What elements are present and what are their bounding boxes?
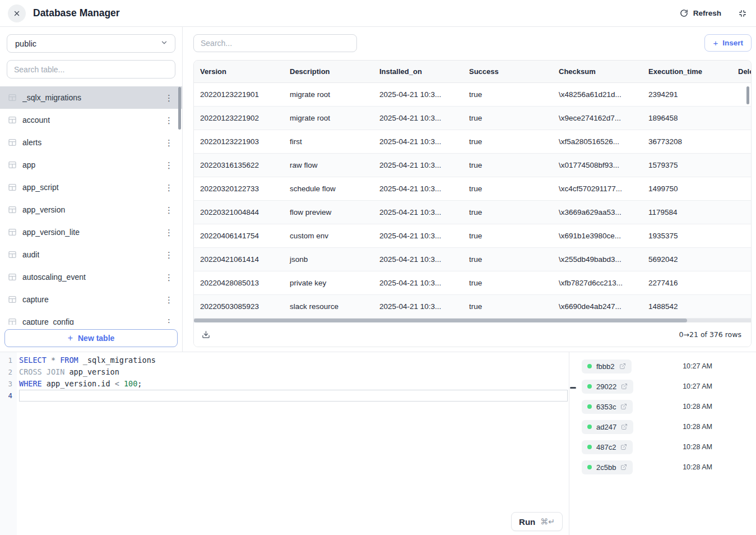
query-history-pill[interactable]: 2c5bb bbox=[582, 460, 633, 474]
table-cell: \xc4cf570291177... bbox=[553, 177, 642, 200]
code-line-3[interactable]: 3WHERE app_version.id < 100; bbox=[0, 378, 569, 390]
table-cell: \x691b1e3980ce... bbox=[553, 224, 642, 247]
sidebar-item-app_script[interactable]: app_script ⋮ bbox=[0, 176, 182, 199]
table-options-kebab-icon[interactable]: ⋮ bbox=[161, 317, 177, 325]
table-options-kebab-icon[interactable]: ⋮ bbox=[161, 272, 177, 283]
table-row[interactable]: 20220320122733schedule flow2025-04-21 10… bbox=[194, 177, 751, 201]
table-row[interactable]: 20220123221901migrate root2025-04-21 10:… bbox=[194, 83, 751, 107]
table-icon bbox=[8, 183, 17, 192]
collapse-fullscreen-button[interactable] bbox=[737, 8, 748, 19]
table-cell: 1488542 bbox=[642, 295, 732, 318]
column-header-execution_time: Execution_time bbox=[642, 61, 732, 82]
insert-button[interactable]: + Insert bbox=[704, 34, 752, 52]
close-button[interactable] bbox=[8, 4, 26, 22]
sidebar-item-_sqlx_migrations[interactable]: _sqlx_migrations ⋮ bbox=[0, 86, 182, 109]
sidebar-item-account[interactable]: account ⋮ bbox=[0, 109, 182, 131]
table-cell: 2394291 bbox=[642, 83, 732, 106]
code-line-1[interactable]: 1SELECT * FROM _sqlx_migrations bbox=[0, 354, 569, 366]
query-history-pill[interactable]: 29022 bbox=[582, 380, 633, 394]
table-options-kebab-icon[interactable]: ⋮ bbox=[161, 137, 177, 148]
query-history-pill[interactable]: ad247 bbox=[582, 420, 633, 434]
database-manager-window: Database Manager Refresh public bbox=[0, 0, 756, 535]
table-row[interactable]: 20220503085923slack resource2025-04-21 1… bbox=[194, 295, 751, 319]
plus-icon: + bbox=[68, 333, 73, 343]
sidebar-table-label: app_version bbox=[22, 205, 65, 214]
table-cell: \x01774508bf93... bbox=[553, 154, 642, 177]
table-row[interactable]: 20220428085013private key2025-04-21 10:3… bbox=[194, 271, 751, 295]
table-row[interactable]: 20220406141754custom env2025-04-21 10:3.… bbox=[194, 224, 751, 248]
editor-lines: 1SELECT * FROM _sqlx_migrations2CROSS JO… bbox=[0, 354, 569, 402]
query-id: fbbb2 bbox=[596, 362, 615, 371]
table-cell: 1499750 bbox=[642, 177, 732, 200]
sidebar-table-label: audit bbox=[22, 250, 39, 259]
schema-select[interactable]: public bbox=[7, 34, 175, 53]
sidebar-item-capture[interactable]: capture ⋮ bbox=[0, 288, 182, 311]
sidebar-scrollbar[interactable] bbox=[178, 87, 181, 130]
query-history-pill[interactable]: 6353c bbox=[582, 400, 633, 414]
refresh-button[interactable]: Refresh bbox=[680, 9, 721, 17]
row-search-input[interactable] bbox=[193, 34, 357, 52]
table-cell: migrate root bbox=[284, 83, 373, 106]
code-line-2[interactable]: 2CROSS JOIN app_version bbox=[0, 366, 569, 378]
sidebar-table-label: capture_config bbox=[22, 317, 74, 325]
table-cell: 20220503085923 bbox=[194, 295, 284, 318]
table-cell bbox=[732, 107, 751, 130]
query-time: 10:28 AM bbox=[683, 463, 712, 471]
table-cell: 1579375 bbox=[642, 154, 732, 177]
code-text bbox=[19, 390, 568, 402]
table-cell: true bbox=[463, 83, 553, 106]
code-line-4[interactable]: 4 bbox=[0, 390, 569, 402]
run-button[interactable]: Run ⌘↵ bbox=[511, 512, 563, 531]
table-row[interactable]: 20220316135622raw flow2025-04-21 10:3...… bbox=[194, 154, 751, 177]
sidebar-item-app_version_lite[interactable]: app_version_lite ⋮ bbox=[0, 221, 182, 243]
query-history-pill[interactable]: fbbb2 bbox=[582, 359, 632, 373]
table-cell: 2025-04-21 10:3... bbox=[373, 224, 463, 247]
editor-scrollbar[interactable] bbox=[570, 387, 576, 389]
table-cell: first bbox=[284, 130, 373, 153]
sidebar-item-app[interactable]: app ⋮ bbox=[0, 154, 182, 176]
query-history-row: fbbb2 10:27 AM bbox=[582, 356, 756, 376]
query-history-pill[interactable]: 487c2 bbox=[582, 440, 633, 454]
line-number: 2 bbox=[0, 366, 12, 378]
table-options-kebab-icon[interactable]: ⋮ bbox=[161, 115, 177, 126]
line-number: 1 bbox=[0, 354, 12, 366]
new-table-button[interactable]: + New table bbox=[4, 329, 178, 347]
sidebar-item-alerts[interactable]: alerts ⋮ bbox=[0, 131, 182, 154]
sidebar-item-app_version[interactable]: app_version ⋮ bbox=[0, 199, 182, 221]
table-cell bbox=[732, 177, 751, 200]
table-options-kebab-icon[interactable]: ⋮ bbox=[161, 227, 177, 238]
external-link-icon bbox=[621, 423, 628, 430]
table-search-input[interactable] bbox=[7, 60, 175, 79]
table-cell bbox=[732, 154, 751, 177]
sidebar-table-label: app_version_lite bbox=[22, 228, 80, 237]
table-cell: slack resource bbox=[284, 295, 373, 318]
sidebar-table-label: account bbox=[22, 116, 50, 124]
table-cell: 20220123221902 bbox=[194, 107, 284, 130]
sidebar-item-audit[interactable]: audit ⋮ bbox=[0, 243, 182, 266]
query-time: 10:28 AM bbox=[683, 423, 712, 431]
table-options-kebab-icon[interactable]: ⋮ bbox=[161, 294, 177, 305]
query-history-row: 6353c 10:28 AM bbox=[582, 396, 756, 417]
sidebar-item-capture_config[interactable]: capture_config ⋮ bbox=[0, 311, 182, 325]
table-cell: true bbox=[463, 130, 553, 153]
sql-editor[interactable]: 1SELECT * FROM _sqlx_migrations2CROSS JO… bbox=[0, 352, 569, 535]
table-cell bbox=[732, 271, 751, 294]
table-row[interactable]: 20220123221902migrate root2025-04-21 10:… bbox=[194, 107, 751, 130]
table-cell: 20220406141754 bbox=[194, 224, 284, 247]
table-row[interactable]: 20220421061414jsonb2025-04-21 10:3...tru… bbox=[194, 248, 751, 271]
table-options-kebab-icon[interactable]: ⋮ bbox=[161, 160, 177, 170]
external-link-icon bbox=[620, 464, 627, 471]
table-options-kebab-icon[interactable]: ⋮ bbox=[161, 93, 177, 103]
table-cell bbox=[732, 295, 751, 318]
table-row[interactable]: 20220123221903first2025-04-21 10:3...tru… bbox=[194, 130, 751, 154]
sidebar-item-autoscaling_event[interactable]: autoscaling_event ⋮ bbox=[0, 266, 182, 288]
download-button[interactable] bbox=[200, 328, 212, 341]
grid-vertical-scrollbar[interactable] bbox=[746, 86, 749, 104]
grid-horizontal-scrollbar[interactable] bbox=[194, 319, 687, 322]
column-header-deleted: Deleted bbox=[732, 61, 751, 82]
table-options-kebab-icon[interactable]: ⋮ bbox=[161, 205, 177, 215]
table-row[interactable]: 20220321004844flow preview2025-04-21 10:… bbox=[194, 201, 751, 224]
table-options-kebab-icon[interactable]: ⋮ bbox=[161, 182, 177, 193]
editor-scrollbar-track bbox=[569, 352, 577, 535]
table-options-kebab-icon[interactable]: ⋮ bbox=[161, 250, 177, 260]
